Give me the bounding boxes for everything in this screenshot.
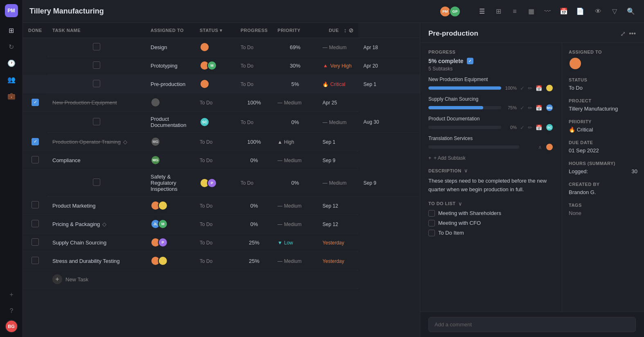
description-section: DESCRIPTION ∨ These steps need to be com… (428, 167, 554, 194)
chart-view-button[interactable]: 〰 (541, 5, 554, 18)
avatar: SC (200, 117, 209, 127)
add-subtask-button[interactable]: + + Add Subtask (428, 155, 554, 161)
sidebar-item-history[interactable]: 🕐 (4, 56, 19, 70)
todo-checkbox[interactable] (428, 210, 435, 217)
task-name-cell[interactable]: Production Operator Training (52, 139, 121, 145)
subtask-check-icon[interactable]: ✓ (520, 85, 525, 91)
sidebar-item-refresh[interactable]: ↻ (4, 39, 19, 54)
task-name-cell[interactable]: Design (151, 44, 167, 50)
table-row: Stress and Durability Testing To Do 25% … (23, 252, 420, 270)
task-done-checkbox[interactable] (93, 118, 100, 125)
todo-toggle[interactable]: TO DO LIST ∨ (428, 201, 554, 207)
due-date-cell: Aug 30 (363, 119, 379, 125)
priority-cell: — Medium (277, 158, 302, 163)
calendar-view-button[interactable]: 📅 (557, 5, 570, 18)
subtask-bar-bg (428, 126, 501, 129)
menu-view-button[interactable]: ≡ (508, 5, 521, 18)
task-name-cell[interactable]: Supply Chain Sourcing (52, 240, 106, 246)
table-view-button[interactable]: ▦ (525, 5, 538, 18)
task-name-cell[interactable]: Prototyping (151, 63, 178, 69)
subtask-bar-row: 100% ✓ ✏ 📅 (428, 84, 554, 92)
watch-button[interactable]: 👁 (592, 5, 605, 18)
due-date-cell: Yesterday (322, 258, 344, 264)
detail-sidebar-right: ASSIGNED TO STATUS To Do PROJECT Tillery… (562, 43, 644, 312)
subtask-calendar-icon[interactable]: 📅 (536, 124, 542, 131)
task-name-cell[interactable]: Pre-production (151, 81, 185, 87)
task-table-container: DONE TASK NAME ASSIGNED TO STATUS ▾ PROG… (23, 23, 420, 337)
task-done-checkbox[interactable]: ✓ (32, 138, 39, 145)
task-done-checkbox[interactable] (93, 43, 100, 50)
task-done-checkbox[interactable] (32, 220, 39, 227)
task-done-checkbox[interactable] (32, 257, 39, 264)
sidebar-item-users[interactable]: 👥 (4, 72, 19, 87)
description-toggle[interactable]: DESCRIPTION ∨ (428, 167, 554, 174)
sort-icon[interactable]: ↕ (344, 27, 347, 34)
task-done-checkbox[interactable] (32, 238, 39, 246)
progress-cell: 0% (236, 215, 272, 233)
th-status: STATUS ▾ (195, 23, 236, 38)
table-row: ✓ Production Operator Training ◇ MG To D… (23, 133, 420, 151)
subtask-chevron-icon[interactable]: ∧ (538, 144, 542, 150)
task-done-checkbox[interactable]: ✓ (32, 99, 39, 106)
subtask-bar-bg (428, 106, 501, 109)
list-view-button[interactable]: ☰ (475, 5, 489, 18)
todo-checkbox[interactable] (428, 230, 435, 236)
task-name-cell[interactable]: Stress and Durability Testing (52, 258, 120, 264)
task-done-checkbox[interactable] (32, 156, 39, 163)
grid-view-button[interactable]: ⊞ (492, 5, 505, 18)
task-done-checkbox[interactable] (32, 201, 39, 208)
sidebar-item-home[interactable]: ⊞ (4, 23, 19, 38)
sidebar-item-projects[interactable]: 💼 (4, 88, 19, 103)
add-task-button[interactable]: + New Task (52, 274, 141, 284)
subtask-edit-icon[interactable]: ✏ (528, 85, 532, 91)
task-done-checkbox[interactable] (93, 80, 100, 87)
subtask-name: New Production Equipment (428, 77, 554, 82)
task-area: DONE TASK NAME ASSIGNED TO STATUS ▾ PROG… (23, 23, 644, 337)
task-name-cell[interactable]: Product Marketing (52, 203, 96, 209)
header-toolbar: ☰ ⊞ ≡ ▦ 〰 📅 📄 (475, 5, 587, 18)
doc-view-button[interactable]: 📄 (574, 5, 587, 18)
current-user-avatar[interactable]: BG (5, 320, 18, 333)
priority-cell: — Medium (322, 45, 347, 50)
task-name-cell[interactable]: New Production Equipment (52, 100, 117, 106)
task-name-cell[interactable]: Safety & Regulatory Inspections (151, 174, 178, 192)
main-content: Tillery Manufacturing PM GP ☰ ⊞ ≡ ▦ 〰 📅 … (23, 0, 644, 337)
due-date-cell: Apr 25 (322, 100, 337, 106)
subtask-calendar-icon[interactable]: 📅 (536, 85, 542, 91)
subtask-edit-icon[interactable]: ✏ (528, 105, 532, 111)
task-done-checkbox[interactable] (93, 179, 100, 186)
subtask-check-icon[interactable]: ✓ (520, 105, 525, 111)
task-done-checkbox[interactable] (93, 61, 100, 69)
subtask-edit-icon[interactable]: ✏ (528, 124, 532, 131)
status-cell: To Do (200, 258, 212, 264)
project-value: Tillery Manufacturing (569, 106, 637, 112)
subtask-item: New Production Equipment 100% ✓ ✏ 📅 (428, 77, 554, 92)
app-logo[interactable]: PM (5, 4, 18, 17)
fire-icon: 🔥 (322, 81, 329, 87)
avatar: M (158, 219, 168, 229)
subtask-check-icon[interactable]: ✓ (520, 124, 525, 131)
todo-checkbox[interactable] (428, 220, 435, 226)
status-value: To Do (569, 85, 637, 91)
subtask-pct: 0% (504, 125, 517, 130)
priority-cell: — Medium (322, 120, 347, 125)
task-name-cell[interactable]: Compliance (52, 157, 81, 163)
sidebar-item-add[interactable]: ＋ (4, 287, 19, 302)
sidebar-item-help[interactable]: ？ (4, 303, 19, 318)
status-section: STATUS To Do (569, 77, 637, 91)
filter-button[interactable]: ▽ (608, 5, 621, 18)
subtask-calendar-icon[interactable]: 📅 (536, 105, 542, 111)
more-options-icon[interactable]: ••• (629, 30, 636, 37)
subtask-bar-bg (428, 86, 501, 90)
chevron-down-icon: ∨ (458, 201, 462, 207)
filter-icon[interactable]: ⊘ (349, 27, 354, 34)
task-name-cell[interactable]: Pricing & Packaging (52, 221, 100, 227)
assigned-avatar[interactable] (569, 57, 582, 70)
comment-input[interactable] (428, 317, 636, 332)
task-name-cell[interactable]: Product Documentation (151, 116, 186, 128)
header-avatar-gp: GP (449, 6, 461, 17)
progress-check[interactable]: ✓ (467, 58, 473, 64)
search-button[interactable]: 🔍 (624, 5, 637, 18)
expand-icon[interactable]: ⤢ (620, 30, 626, 38)
subtask-avatar (545, 143, 554, 151)
